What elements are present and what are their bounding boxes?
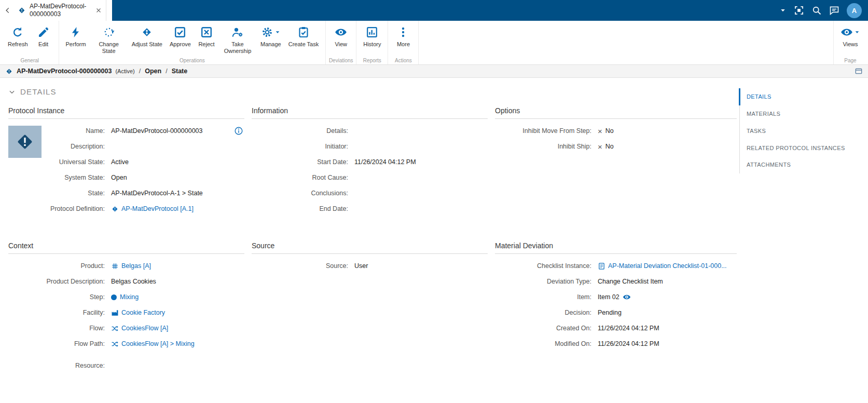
button-label: Views	[843, 41, 858, 48]
back-icon[interactable]	[0, 7, 13, 14]
panel-title: Source	[252, 241, 488, 254]
factory-icon	[111, 309, 119, 317]
button-label: History	[363, 41, 381, 48]
protocol-definition-link[interactable]: AP-MatDevProtocol [A.1]	[111, 205, 194, 213]
flow-path-field-row: Flow Path: CookiesFlow [A] > Mixing	[8, 336, 244, 352]
approve-button[interactable]: Approve	[166, 23, 195, 48]
info-icon[interactable]	[234, 126, 243, 136]
sidebar-item-attachments[interactable]: ATTACHMENTS	[739, 156, 868, 173]
decision-field-row: Decision: Pending	[495, 305, 737, 320]
manage-button[interactable]: Manage	[257, 23, 285, 48]
bar-chart-icon	[366, 26, 378, 38]
protocol-diamond-icon	[111, 205, 119, 213]
refresh-button[interactable]: Refresh	[4, 23, 32, 48]
take-ownership-button[interactable]: Take Ownership	[218, 23, 257, 55]
breadcrumb-segment-open: Open	[145, 68, 161, 75]
adjust-state-button[interactable]: Adjust State	[128, 23, 166, 48]
field-label: Modified On:	[495, 340, 591, 347]
field-label: Resource:	[8, 362, 105, 369]
person-gear-icon	[231, 26, 244, 38]
orbit-icon	[103, 26, 115, 38]
sidebar-item-details[interactable]: DETAILS	[739, 88, 868, 105]
edit-button[interactable]: Edit	[32, 23, 56, 48]
details-panels: Protocol Instance Name: AP-MatDevProtoco…	[8, 106, 736, 373]
details-section-title: DETAILS	[20, 87, 57, 96]
button-label: Refresh	[8, 41, 28, 48]
field-value	[111, 361, 244, 370]
tab-strip: AP-MatDevProtocol-000000003	[0, 0, 112, 21]
chat-icon[interactable]	[829, 5, 839, 16]
checklist-instance-link[interactable]: AP-Material Deviation Checklist-01-000..…	[598, 262, 727, 270]
context-panel: Context Product: Belgas [A] Product Desc…	[8, 241, 244, 373]
open-in-window-icon[interactable]	[855, 67, 863, 75]
name-value: AP-MatDevProtocol-000000003	[111, 127, 203, 135]
create-task-button[interactable]: Create Task	[285, 23, 323, 48]
close-icon[interactable]	[95, 7, 102, 14]
field-value: AP-MatDevProtocol-000000003	[111, 126, 244, 136]
eye-icon[interactable]	[623, 293, 631, 301]
details-section-header[interactable]: DETAILS	[8, 87, 736, 96]
check-box-icon	[174, 26, 186, 38]
field-label: Deviation Type:	[495, 278, 591, 285]
lightning-icon	[70, 26, 82, 38]
sidebar-item-related-protocol-instances[interactable]: RELATED PROTOCOL INSTANCES	[739, 140, 868, 157]
product-link[interactable]: Belgas [A]	[111, 262, 151, 270]
button-label: Take Ownership	[222, 41, 253, 55]
section-nav-rail: DETAILS MATERIALS TASKS RELATED PROTOCOL…	[739, 78, 868, 403]
history-button[interactable]: History	[360, 23, 384, 48]
eye-icon	[841, 26, 853, 38]
button-label: Approve	[170, 41, 191, 48]
flow-link[interactable]: CookiesFlow [A]	[111, 325, 168, 332]
tab-title: AP-MatDevProtocol-000000003	[30, 3, 92, 18]
breadcrumb-separator: /	[139, 68, 141, 75]
panel-title: Protocol Instance	[8, 106, 244, 119]
system-state-field-row: System State: Open	[8, 170, 244, 185]
facility-link[interactable]: Cookie Factory	[111, 309, 165, 317]
created-on-field-row: Created On: 11/26/2024 04:12 PM	[495, 320, 737, 336]
step-link[interactable]: Mixing	[120, 293, 139, 301]
ribbon-group-label: Actions	[388, 58, 418, 63]
collapse-chevron-icon	[8, 88, 16, 96]
field-label: State:	[8, 190, 105, 197]
flow-icon	[111, 340, 119, 348]
ribbon-group-page: Views Page	[833, 21, 867, 64]
x-icon: ×	[598, 143, 602, 151]
button-label: View	[335, 41, 347, 48]
field-value	[354, 142, 488, 151]
field-value: 11/26/2024 04:12 PM	[598, 324, 737, 333]
panel-title: Context	[8, 241, 244, 254]
scanner-icon[interactable]	[794, 5, 804, 16]
step-dot-icon	[111, 294, 117, 300]
root-cause-field-row: Root Cause:	[252, 170, 488, 185]
field-value: AP-MatDevProtocol-A-1 > State	[111, 189, 244, 198]
boolean-value: No	[605, 127, 614, 135]
field-value: Item 02	[598, 292, 737, 302]
sidebar-item-materials[interactable]: MATERIALS	[739, 105, 868, 123]
active-tab[interactable]: AP-MatDevProtocol-000000003	[13, 0, 106, 21]
avatar[interactable]: A	[847, 3, 862, 18]
flow-path-link[interactable]: CookiesFlow [A] > Mixing	[111, 340, 195, 348]
field-label: Inhibit Move From Step:	[495, 127, 591, 135]
field-label: Inhibit Ship:	[495, 143, 591, 150]
sidebar-item-tasks[interactable]: TASKS	[739, 123, 868, 140]
chevron-down-icon[interactable]	[779, 7, 787, 14]
more-button[interactable]: More	[391, 23, 415, 48]
item-field-row: Item: Item 02	[495, 289, 737, 305]
initiator-field-row: Initiator:	[252, 139, 488, 154]
change-state-button[interactable]: Change State	[90, 23, 128, 55]
view-button[interactable]: View	[329, 23, 353, 48]
perform-button[interactable]: Perform	[62, 23, 90, 48]
field-value: AP-MatDevProtocol [A.1]	[111, 204, 244, 213]
deviation-type-field-row: Deviation Type: Change Checklist Item	[495, 274, 737, 289]
search-icon[interactable]	[811, 5, 822, 16]
field-value: Pending	[598, 308, 737, 317]
field-label: Product Description:	[8, 278, 105, 285]
step-field-row: Step: Mixing	[8, 289, 244, 305]
field-value	[111, 142, 244, 151]
views-button[interactable]: Views	[837, 23, 864, 48]
app-top-bar: AP-MatDevProtocol-000000003 A	[0, 0, 868, 21]
field-label: Root Cause:	[252, 174, 348, 181]
reject-button[interactable]: Reject	[195, 23, 218, 48]
section-nav-list: DETAILS MATERIALS TASKS RELATED PROTOCOL…	[739, 88, 868, 173]
panel-title: Information	[252, 106, 488, 119]
